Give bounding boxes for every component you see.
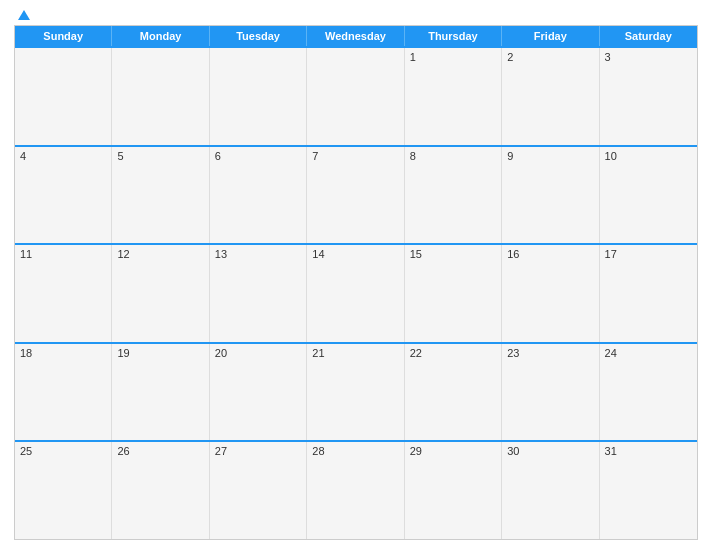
day-header-monday: Monday bbox=[112, 26, 209, 46]
day-cell: 7 bbox=[307, 147, 404, 244]
day-number: 16 bbox=[507, 248, 593, 260]
day-number: 27 bbox=[215, 445, 301, 457]
day-cell: 9 bbox=[502, 147, 599, 244]
day-cell: 2 bbox=[502, 48, 599, 145]
day-number: 30 bbox=[507, 445, 593, 457]
logo bbox=[14, 10, 30, 19]
week-row-2: 45678910 bbox=[15, 145, 697, 244]
day-cell: 3 bbox=[600, 48, 697, 145]
header bbox=[14, 10, 698, 19]
day-cell: 21 bbox=[307, 344, 404, 441]
day-cell: 10 bbox=[600, 147, 697, 244]
day-header-tuesday: Tuesday bbox=[210, 26, 307, 46]
day-number: 5 bbox=[117, 150, 203, 162]
day-cell: 29 bbox=[405, 442, 502, 539]
calendar-grid: SundayMondayTuesdayWednesdayThursdayFrid… bbox=[14, 25, 698, 540]
day-cell bbox=[112, 48, 209, 145]
day-cell: 26 bbox=[112, 442, 209, 539]
day-number: 13 bbox=[215, 248, 301, 260]
day-number: 7 bbox=[312, 150, 398, 162]
day-cell: 8 bbox=[405, 147, 502, 244]
day-number: 1 bbox=[410, 51, 496, 63]
day-cell: 1 bbox=[405, 48, 502, 145]
day-cell: 24 bbox=[600, 344, 697, 441]
day-cell: 15 bbox=[405, 245, 502, 342]
day-number: 11 bbox=[20, 248, 106, 260]
day-number: 9 bbox=[507, 150, 593, 162]
day-number: 17 bbox=[605, 248, 692, 260]
day-number: 3 bbox=[605, 51, 692, 63]
week-row-4: 18192021222324 bbox=[15, 342, 697, 441]
day-cell: 13 bbox=[210, 245, 307, 342]
day-number: 10 bbox=[605, 150, 692, 162]
day-number: 22 bbox=[410, 347, 496, 359]
day-number: 14 bbox=[312, 248, 398, 260]
week-row-3: 11121314151617 bbox=[15, 243, 697, 342]
day-cell: 4 bbox=[15, 147, 112, 244]
day-number: 28 bbox=[312, 445, 398, 457]
day-header-wednesday: Wednesday bbox=[307, 26, 404, 46]
day-number: 18 bbox=[20, 347, 106, 359]
day-number: 25 bbox=[20, 445, 106, 457]
day-number: 4 bbox=[20, 150, 106, 162]
day-cell: 5 bbox=[112, 147, 209, 244]
day-cell bbox=[15, 48, 112, 145]
day-cell: 25 bbox=[15, 442, 112, 539]
day-cell: 11 bbox=[15, 245, 112, 342]
day-number: 26 bbox=[117, 445, 203, 457]
calendar-page: SundayMondayTuesdayWednesdayThursdayFrid… bbox=[0, 0, 712, 550]
day-cell: 12 bbox=[112, 245, 209, 342]
day-cell: 20 bbox=[210, 344, 307, 441]
logo-general bbox=[14, 10, 30, 20]
day-cell: 28 bbox=[307, 442, 404, 539]
day-cell: 16 bbox=[502, 245, 599, 342]
day-number: 8 bbox=[410, 150, 496, 162]
day-cell: 17 bbox=[600, 245, 697, 342]
day-cell: 19 bbox=[112, 344, 209, 441]
day-number: 19 bbox=[117, 347, 203, 359]
day-number: 20 bbox=[215, 347, 301, 359]
day-cell: 31 bbox=[600, 442, 697, 539]
day-number: 31 bbox=[605, 445, 692, 457]
week-row-5: 25262728293031 bbox=[15, 440, 697, 539]
day-cell: 23 bbox=[502, 344, 599, 441]
day-cell: 18 bbox=[15, 344, 112, 441]
day-cell: 27 bbox=[210, 442, 307, 539]
day-cell bbox=[210, 48, 307, 145]
day-number: 29 bbox=[410, 445, 496, 457]
weeks-container: 1234567891011121314151617181920212223242… bbox=[15, 46, 697, 539]
logo-triangle-icon bbox=[18, 10, 30, 20]
day-cell: 6 bbox=[210, 147, 307, 244]
day-number: 2 bbox=[507, 51, 593, 63]
day-number: 24 bbox=[605, 347, 692, 359]
day-cell: 22 bbox=[405, 344, 502, 441]
day-number: 21 bbox=[312, 347, 398, 359]
day-number: 6 bbox=[215, 150, 301, 162]
day-number: 15 bbox=[410, 248, 496, 260]
day-headers-row: SundayMondayTuesdayWednesdayThursdayFrid… bbox=[15, 26, 697, 46]
week-row-1: 123 bbox=[15, 46, 697, 145]
day-cell: 30 bbox=[502, 442, 599, 539]
day-cell bbox=[307, 48, 404, 145]
day-number: 12 bbox=[117, 248, 203, 260]
day-number: 23 bbox=[507, 347, 593, 359]
day-header-thursday: Thursday bbox=[405, 26, 502, 46]
day-cell: 14 bbox=[307, 245, 404, 342]
day-header-friday: Friday bbox=[502, 26, 599, 46]
day-header-sunday: Sunday bbox=[15, 26, 112, 46]
day-header-saturday: Saturday bbox=[600, 26, 697, 46]
